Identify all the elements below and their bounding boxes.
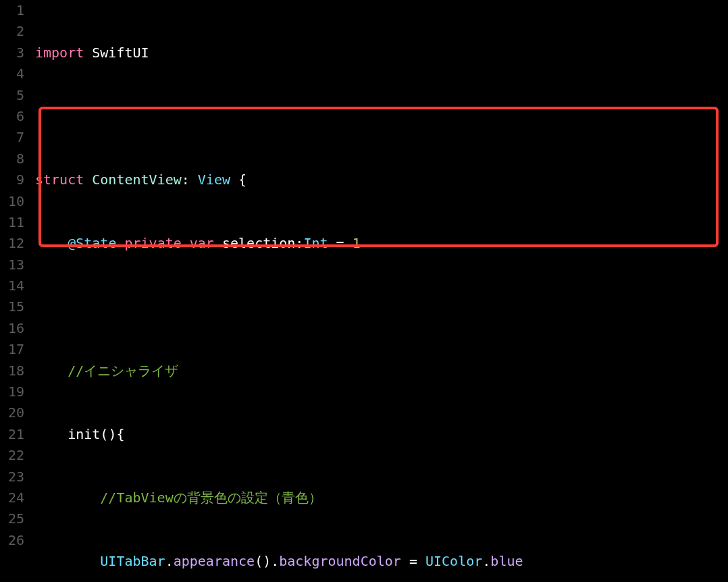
type-name: View	[198, 171, 230, 188]
keyword: struct	[35, 171, 84, 188]
type-name: UITabBar	[100, 553, 165, 569]
method-call: appearance	[174, 553, 255, 569]
operator: =	[328, 235, 353, 251]
line-number: 11	[0, 212, 24, 233]
indent	[35, 235, 68, 251]
punctuation: .	[482, 553, 490, 569]
punctuation: ().	[255, 553, 279, 569]
code-line: import SwiftUI	[35, 43, 728, 63]
line-number: 20	[0, 402, 24, 423]
line-number: 26	[0, 530, 24, 551]
line-number: 14	[0, 275, 24, 296]
type-name: UIColor	[425, 553, 482, 569]
punctuation: .	[165, 553, 174, 569]
attribute: @State	[68, 235, 116, 251]
line-number: 2	[0, 21, 24, 42]
code-editor[interactable]: 1 2 3 4 5 6 7 8 9 10 11 12 13 14 15 16 1…	[0, 0, 728, 582]
keyword: import	[35, 45, 84, 61]
code-line: //TabViewの背景色の設定（青色）	[35, 487, 728, 508]
indent	[35, 363, 68, 379]
code-line	[35, 106, 728, 127]
module-name: SwiftUI	[84, 45, 149, 61]
keyword: var	[182, 235, 214, 251]
indent	[35, 553, 100, 569]
line-number: 24	[0, 487, 24, 508]
line-number: 13	[0, 255, 24, 275]
comment: //イニシャライザ	[68, 363, 178, 379]
line-number: 17	[0, 339, 24, 360]
identifier: selection:	[214, 235, 303, 251]
line-number: 8	[0, 149, 24, 169]
code-content[interactable]: import SwiftUI struct ContentView: View …	[35, 0, 728, 582]
line-number: 6	[0, 106, 24, 127]
type-name: ContentView	[84, 171, 182, 188]
line-number: 1	[0, 0, 24, 21]
line-number: 23	[0, 467, 24, 487]
punctuation: (){	[100, 426, 124, 442]
line-number: 19	[0, 381, 24, 402]
indent	[35, 490, 100, 506]
keyword: private	[116, 235, 181, 251]
line-number: 15	[0, 296, 24, 317]
line-number: 16	[0, 318, 24, 339]
punctuation: {	[230, 171, 246, 188]
number-literal: 1	[353, 235, 361, 251]
line-number: 25	[0, 508, 24, 529]
line-number: 7	[0, 127, 24, 148]
identifier: init	[68, 426, 100, 442]
indent	[35, 426, 68, 442]
line-number: 4	[0, 63, 24, 84]
comment: //TabViewの背景色の設定（青色）	[100, 490, 321, 506]
code-line: struct ContentView: View {	[35, 169, 728, 190]
type-name: Int	[303, 235, 328, 251]
property: backgroundColor	[279, 553, 401, 569]
code-line: UITabBar.appearance().backgroundColor = …	[35, 551, 728, 572]
operator: =	[401, 553, 425, 569]
code-line: //イニシャライザ	[35, 361, 728, 381]
line-number: 22	[0, 445, 24, 466]
line-number: 3	[0, 43, 24, 63]
code-line: @State private var selection:Int = 1	[35, 233, 728, 254]
line-number: 12	[0, 233, 24, 254]
line-number: 9	[0, 169, 24, 190]
punctuation: :	[182, 171, 198, 188]
line-number: 21	[0, 424, 24, 445]
line-number: 5	[0, 85, 24, 106]
line-number-gutter: 1 2 3 4 5 6 7 8 9 10 11 12 13 14 15 16 1…	[0, 0, 35, 582]
line-number: 18	[0, 361, 24, 381]
code-line	[35, 297, 728, 318]
property: blue	[490, 553, 523, 569]
code-line: init(){	[35, 424, 728, 445]
line-number: 10	[0, 191, 24, 212]
